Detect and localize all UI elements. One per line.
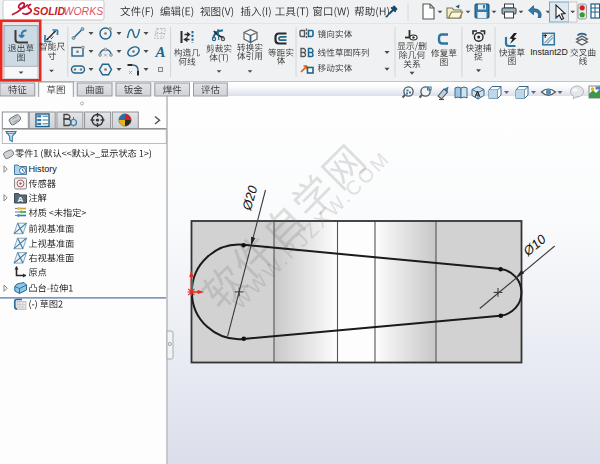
svg-text:Instant2D: Instant2D	[530, 47, 568, 57]
svg-text:A: A	[18, 195, 24, 204]
svg-text:WORKS: WORKS	[64, 5, 104, 17]
svg-text:A: A	[154, 44, 165, 60]
svg-text:History: History	[29, 164, 58, 174]
svg-text:SOLID: SOLID	[33, 5, 66, 17]
